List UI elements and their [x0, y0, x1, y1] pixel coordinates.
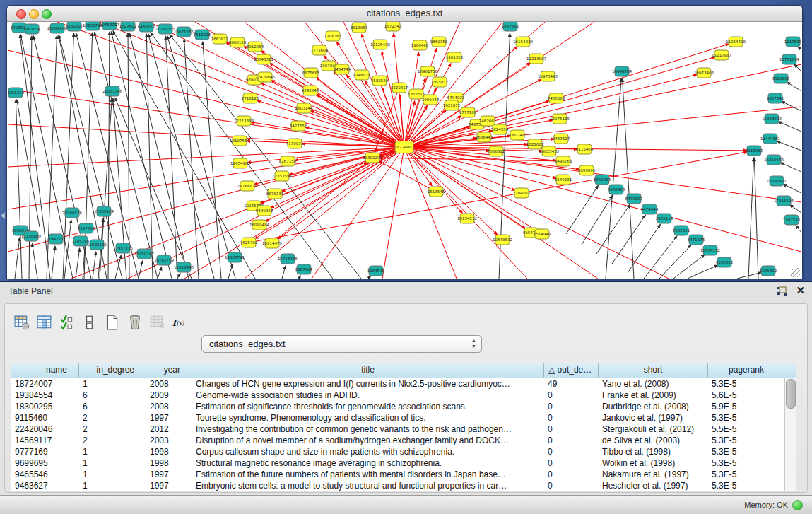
- graph-edge[interactable]: [20, 35, 73, 279]
- function-builder-icon[interactable]: f (x): [172, 314, 189, 331]
- memory-ok-indicator-icon[interactable]: [792, 500, 803, 510]
- table-cell[interactable]: 49: [544, 378, 599, 390]
- graph-edge[interactable]: [798, 47, 801, 50]
- graph-node[interactable]: 19654983: [230, 158, 250, 168]
- resize-grip-icon[interactable]: [791, 268, 800, 277]
- graph-node[interactable]: 8267150: [279, 156, 297, 166]
- graph-node[interactable]: 16210643: [764, 155, 784, 165]
- graph-node[interactable]: 1184543: [367, 266, 385, 276]
- graph-node[interactable]: 6495768: [555, 156, 572, 166]
- graph-node[interactable]: 20691406: [47, 23, 67, 33]
- graph-edge[interactable]: [52, 246, 55, 279]
- graph-node[interactable]: 18724007: [394, 141, 414, 153]
- table-cell[interactable]: 0: [544, 390, 599, 401]
- table-cell[interactable]: 1998: [146, 457, 192, 469]
- graph-edge[interactable]: [404, 74, 697, 147]
- graph-node[interactable]: 8860128: [229, 37, 247, 47]
- graph-node[interactable]: 9242848: [302, 86, 319, 95]
- graph-edge[interactable]: [32, 243, 37, 279]
- graph-node[interactable]: 6479197: [625, 194, 643, 204]
- graph-node[interactable]: 17957225: [113, 243, 133, 253]
- graph-node[interactable]: 2935114: [656, 214, 673, 223]
- graph-node[interactable]: 1966400: [411, 40, 429, 50]
- column-header-name[interactable]: name: [11, 363, 79, 378]
- network-canvas[interactable]: 2405572189305420691406853120716236792106…: [8, 22, 801, 279]
- row-height-icon[interactable]: [81, 314, 98, 331]
- table-cell[interactable]: Embryonic stem cells: a model to study s…: [192, 480, 544, 491]
- graph-edge[interactable]: [612, 215, 645, 264]
- graph-edge[interactable]: [737, 272, 761, 279]
- graph-node[interactable]: 2208363: [324, 31, 342, 41]
- graph-node[interactable]: 1640954: [594, 175, 611, 185]
- table-cell[interactable]: 0: [544, 401, 599, 412]
- graph-node[interactable]: 6466162: [138, 22, 155, 32]
- graph-node[interactable]: 7485063: [548, 93, 565, 103]
- table-cell[interactable]: Franke et al. (2009): [599, 390, 708, 401]
- graph-node[interactable]: 10958167: [134, 249, 154, 259]
- graph-node[interactable]: 12353594: [272, 171, 292, 181]
- select-columns-icon[interactable]: [59, 314, 76, 331]
- graph-edge[interactable]: [404, 147, 498, 235]
- graph-node[interactable]: 11156869: [21, 231, 41, 241]
- graph-node[interactable]: 8215953: [746, 146, 763, 156]
- table-cell[interactable]: Estimation of significance thresholds fo…: [192, 401, 544, 412]
- graph-edge[interactable]: [8, 124, 404, 147]
- graph-node[interactable]: 8875685: [302, 68, 320, 78]
- delete-columns-icon[interactable]: [126, 314, 143, 331]
- graph-node[interactable]: 1621072: [443, 100, 461, 110]
- graph-node[interactable]: 15751074: [779, 54, 799, 64]
- table-cell[interactable]: 14569117: [11, 435, 79, 446]
- table-cell[interactable]: 0: [544, 412, 599, 424]
- table-cell[interactable]: de Silva et al. (2003): [599, 435, 708, 446]
- graph-node[interactable]: 8531207: [66, 22, 83, 31]
- graph-node[interactable]: 7663822: [211, 34, 229, 44]
- graph-node[interactable]: 2636443: [476, 132, 493, 142]
- table-cell[interactable]: 1997: [146, 469, 192, 480]
- graph-node[interactable]: 1621601: [526, 139, 544, 149]
- graph-node[interactable]: 2718126: [242, 93, 259, 103]
- graph-node[interactable]: 2051310: [8, 88, 25, 98]
- graph-node[interactable]: 10973403: [694, 68, 714, 78]
- graph-node[interactable]: 9115460: [576, 144, 594, 154]
- graph-node[interactable]: 1527602: [119, 22, 137, 31]
- graph-edge[interactable]: [404, 147, 801, 252]
- table-mode-icon[interactable]: [13, 314, 30, 331]
- table-cell[interactable]: 5.3E-5: [708, 480, 784, 491]
- table-cell[interactable]: 1998: [146, 446, 192, 457]
- table-row[interactable]: 1872400712008Changes of HCN gene express…: [11, 378, 796, 390]
- graph-edge[interactable]: [15, 238, 20, 279]
- graph-node[interactable]: 15692971: [767, 176, 787, 186]
- graph-node[interactable]: 2087682: [502, 22, 519, 31]
- graph-node[interactable]: 9474444: [641, 204, 659, 214]
- graph-node[interactable]: 12444151: [760, 134, 780, 144]
- graph-node[interactable]: 12923446: [174, 262, 194, 272]
- graph-node[interactable]: 9227341: [767, 93, 784, 103]
- graph-edge[interactable]: [596, 204, 630, 254]
- graph-edge[interactable]: [778, 122, 801, 132]
- graph-node[interactable]: 16671355: [174, 27, 194, 37]
- table-cell[interactable]: 0: [544, 446, 599, 457]
- graph-edge[interactable]: [368, 276, 371, 279]
- table-cell[interactable]: 5.5E-5: [708, 424, 784, 435]
- panel-collapse-arrow-icon[interactable]: [1, 212, 5, 219]
- table-cell[interactable]: 18300295: [11, 401, 79, 412]
- graph-node[interactable]: 9297588: [78, 223, 95, 233]
- graph-node[interactable]: 16961758: [418, 66, 437, 76]
- graph-node[interactable]: 10719155: [155, 24, 175, 34]
- table-row[interactable]: 969969511998Structural magnetic resonanc…: [11, 457, 796, 469]
- graph-node[interactable]: 9499822: [256, 206, 273, 216]
- table-cell[interactable]: Hescheler et al. (1997): [599, 480, 708, 491]
- table-cell[interactable]: 2008: [146, 378, 192, 390]
- graph-edge[interactable]: [278, 147, 404, 239]
- table-cell[interactable]: 2003: [146, 435, 192, 446]
- graph-node[interactable]: 7386312: [488, 146, 505, 156]
- graph-node[interactable]: 7955812: [431, 77, 449, 87]
- graph-edge[interactable]: [203, 42, 221, 279]
- graph-node[interactable]: 9146821: [353, 70, 371, 80]
- graph-edge[interactable]: [93, 252, 96, 279]
- graph-node[interactable]: 19166829: [237, 181, 257, 191]
- graph-edge[interactable]: [8, 147, 404, 252]
- graph-node[interactable]: 9699695: [578, 165, 596, 175]
- table-row[interactable]: 2242004622012Investigating the contribut…: [11, 424, 796, 435]
- float-panel-icon[interactable]: [777, 286, 788, 296]
